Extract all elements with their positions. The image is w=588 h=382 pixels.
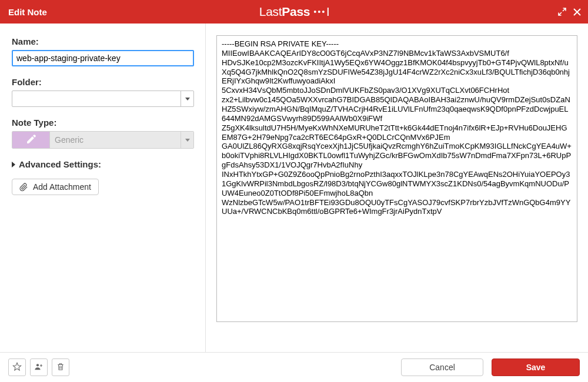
- brand-second-word: Pass: [282, 5, 310, 18]
- brand-dots-icon: [314, 8, 329, 16]
- save-button[interactable]: Save: [492, 358, 580, 376]
- chevron-down-icon[interactable]: [181, 91, 193, 106]
- advanced-settings-label: Advanced Settings:: [19, 159, 101, 169]
- folder-value: [12, 91, 181, 106]
- paperclip-icon: [19, 183, 28, 192]
- share-button[interactable]: [30, 358, 48, 376]
- left-pane: Name: Folder: Note Type:: [0, 24, 206, 352]
- right-pane: [206, 24, 588, 352]
- svg-point-0: [36, 364, 39, 366]
- name-input[interactable]: [12, 50, 194, 66]
- favorite-button[interactable]: [8, 358, 26, 376]
- folder-dropdown[interactable]: [12, 91, 194, 107]
- expand-icon[interactable]: [558, 8, 566, 16]
- note-type-value: Generic: [50, 135, 181, 145]
- note-content-textarea[interactable]: [216, 35, 577, 322]
- note-type-dropdown[interactable]: Generic: [50, 132, 193, 148]
- chevron-right-icon: [12, 159, 15, 169]
- star-icon: [12, 362, 22, 373]
- brand-first-word: Last: [259, 5, 282, 18]
- window-title: Edit Note: [8, 7, 47, 17]
- cancel-button[interactable]: Cancel: [401, 358, 483, 376]
- add-attachment-label: Add Attachment: [33, 182, 91, 192]
- name-label: Name:: [12, 36, 193, 46]
- pencil-icon: [26, 134, 36, 146]
- share-user-icon: [34, 362, 44, 373]
- advanced-settings-toggle[interactable]: Advanced Settings:: [12, 159, 193, 169]
- brand-logo: LastPass: [259, 5, 329, 19]
- delete-button[interactable]: [52, 358, 69, 376]
- chevron-down-icon[interactable]: [181, 132, 193, 148]
- trash-icon: [56, 362, 65, 373]
- note-type-color[interactable]: [12, 132, 50, 148]
- add-attachment-button[interactable]: Add Attachment: [12, 179, 99, 195]
- close-icon[interactable]: [573, 8, 581, 16]
- folder-label: Folder:: [12, 77, 193, 87]
- note-type-label: Note Type:: [12, 118, 193, 128]
